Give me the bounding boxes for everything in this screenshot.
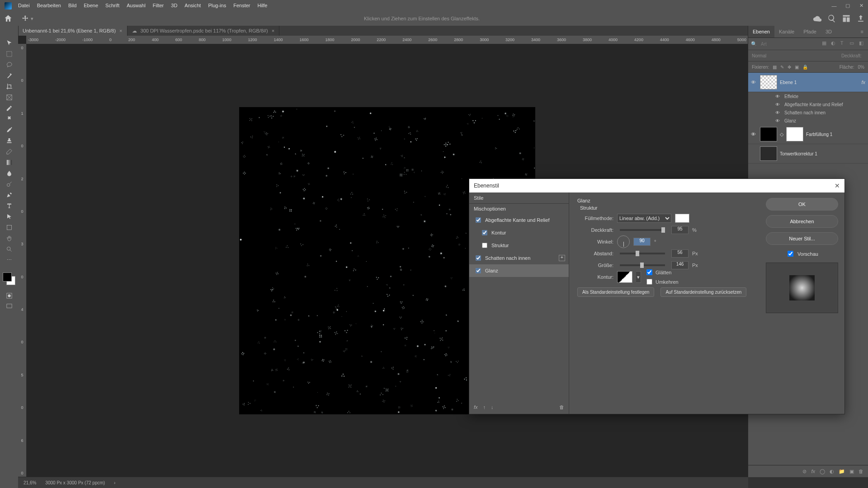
color-swatch[interactable] xyxy=(3,272,15,285)
maximize-icon[interactable]: ▢ xyxy=(841,0,854,11)
mask-icon[interactable]: ◯ xyxy=(820,469,825,474)
lock-move-icon[interactable]: ✥ xyxy=(788,65,791,70)
document-tab[interactable]: ☁ 300 DPI Wassertropfen.psdc bei 117% (T… xyxy=(127,26,280,36)
adjustment-icon[interactable]: ◐ xyxy=(830,469,834,474)
new-style-button[interactable]: Neuer Stil... xyxy=(766,232,838,245)
ok-button[interactable]: OK xyxy=(766,198,838,211)
layer-filter-input[interactable] xyxy=(760,41,819,47)
style-satin[interactable]: Glanz xyxy=(469,264,569,277)
dialog-titlebar[interactable]: Ebenenstil ✕ xyxy=(469,179,844,192)
layer-row[interactable]: 👁 ◇ Farbfüllung 1 xyxy=(748,125,868,144)
style-contour[interactable]: Kontur xyxy=(469,226,569,239)
style-texture[interactable]: Struktur xyxy=(469,239,569,252)
visibility-icon[interactable]: 👁 xyxy=(751,80,757,85)
menu-item[interactable]: Bild xyxy=(65,0,80,11)
layer-thumb[interactable] xyxy=(760,127,777,141)
angle-dial[interactable] xyxy=(617,235,630,248)
style-blending-options[interactable]: Mischoptionen xyxy=(469,204,569,214)
blend-mode-select[interactable]: Normal xyxy=(752,53,766,58)
distance-slider[interactable] xyxy=(620,253,665,254)
frame-tool-icon[interactable] xyxy=(3,93,15,102)
invert-checkbox[interactable]: Umkehren xyxy=(645,277,679,286)
cancel-button[interactable]: Abbrechen xyxy=(766,215,838,228)
stamp-tool-icon[interactable] xyxy=(3,136,15,145)
new-layer-icon[interactable]: ▣ xyxy=(849,469,854,474)
wand-tool-icon[interactable] xyxy=(3,71,15,80)
fx-menu-icon[interactable]: fx xyxy=(474,404,478,410)
menu-item[interactable]: Fenster xyxy=(230,0,254,11)
crop-tool-icon[interactable] xyxy=(3,82,15,91)
tab-paths[interactable]: Pfade xyxy=(799,26,821,38)
link-layers-icon[interactable]: ⊘ xyxy=(802,469,807,474)
mask-thumb[interactable] xyxy=(786,127,803,141)
lock-brush-icon[interactable]: ✎ xyxy=(780,65,784,70)
cloud-icon[interactable] xyxy=(813,14,822,23)
style-bevel[interactable]: Abgeflachte Kante und Relief xyxy=(469,214,569,226)
close-icon[interactable]: ✕ xyxy=(854,0,868,11)
layer-row[interactable]: Tonwertkorrektur 1 xyxy=(748,144,868,164)
document-dims[interactable]: 3000 Px x 3000 Px (72 ppcm) xyxy=(45,480,105,485)
filter-shape-icon[interactable]: ▭ xyxy=(849,40,856,47)
reset-default-button[interactable]: Auf Standardeinstellung zurücksetzen xyxy=(660,287,746,297)
tab-layers[interactable]: Ebenen xyxy=(748,26,774,38)
fx-badge-icon[interactable]: fx xyxy=(861,80,865,85)
menu-item[interactable]: Filter xyxy=(149,0,167,11)
style-inner-shadow[interactable]: Schatten nach innen+ xyxy=(469,252,569,264)
angle-input[interactable]: 90 xyxy=(633,238,651,246)
zoom-level[interactable]: 21,6% xyxy=(24,480,36,485)
filter-smart-icon[interactable]: ◧ xyxy=(859,40,865,47)
path-select-tool-icon[interactable] xyxy=(3,212,15,221)
hand-tool-icon[interactable] xyxy=(3,234,15,243)
chevron-right-icon[interactable]: › xyxy=(114,480,115,485)
trash-icon[interactable]: 🗑 xyxy=(859,469,863,474)
document-tab[interactable]: Unbenannt-1 bei 21,6% (Ebene 1, RGB/8) × xyxy=(18,26,127,36)
filter-pixel-icon[interactable]: ▦ xyxy=(822,40,828,47)
make-default-button[interactable]: Als Standardeinstellung festlegen xyxy=(577,287,654,297)
zoom-tool-icon[interactable] xyxy=(3,244,15,254)
tab-channels[interactable]: Kanäle xyxy=(774,26,799,38)
fx-item[interactable]: 👁Schatten nach innen xyxy=(748,108,868,117)
blendmode-select[interactable]: Linear abw. (Add.) xyxy=(617,214,671,223)
filter-type-icon[interactable]: T xyxy=(840,40,847,47)
menu-item[interactable]: Ansicht xyxy=(181,0,204,11)
brush-tool-icon[interactable] xyxy=(3,125,15,135)
menu-item[interactable]: Bearbeiten xyxy=(33,0,65,11)
close-icon[interactable]: ✕ xyxy=(835,182,840,189)
close-tab-icon[interactable]: × xyxy=(272,28,274,33)
lock-pixels-icon[interactable]: ▦ xyxy=(773,65,777,70)
dodge-tool-icon[interactable] xyxy=(3,179,15,189)
style-checkbox[interactable] xyxy=(476,217,481,223)
fx-item[interactable]: 👁Glanz xyxy=(748,117,868,125)
preview-checkbox[interactable]: Vorschau xyxy=(766,249,838,258)
filter-adjust-icon[interactable]: ◐ xyxy=(831,40,837,47)
layer-thumb[interactable] xyxy=(760,146,777,161)
move-up-icon[interactable]: ↑ xyxy=(483,404,486,410)
opacity-slider[interactable] xyxy=(620,229,665,231)
eraser-tool-icon[interactable] xyxy=(3,147,15,156)
layer-name[interactable]: Ebene 1 xyxy=(780,80,859,85)
layer-thumb[interactable] xyxy=(760,75,777,89)
menu-item[interactable]: 3D xyxy=(167,0,181,11)
style-checkbox[interactable] xyxy=(476,268,481,273)
move-tool-icon[interactable] xyxy=(3,38,15,48)
distance-input[interactable]: 56 xyxy=(671,249,689,258)
minimize-icon[interactable]: — xyxy=(827,0,841,11)
screenmode-icon[interactable] xyxy=(3,302,15,311)
menu-item[interactable]: Schrift xyxy=(102,0,123,11)
color-picker[interactable] xyxy=(675,214,689,223)
pen-tool-icon[interactable] xyxy=(3,190,15,200)
quickmask-icon[interactable] xyxy=(3,291,15,300)
marquee-tool-icon[interactable] xyxy=(3,49,15,59)
chevron-down-icon[interactable]: ▾ xyxy=(636,271,641,283)
size-slider[interactable] xyxy=(620,264,665,266)
fx-header[interactable]: 👁Effekte xyxy=(748,92,868,100)
style-checkbox[interactable] xyxy=(476,255,481,261)
search-icon[interactable] xyxy=(827,14,836,23)
menu-item[interactable]: Hilfe xyxy=(254,0,271,11)
menu-item[interactable]: Ebene xyxy=(80,0,102,11)
lock-artboard-icon[interactable]: ▣ xyxy=(795,65,799,70)
opacity-input[interactable]: 95 xyxy=(671,226,689,234)
trash-icon[interactable]: 🗑 xyxy=(559,404,564,410)
visibility-icon[interactable]: 👁 xyxy=(751,131,757,137)
edit-toolbar-icon[interactable]: ⋯ xyxy=(3,255,15,265)
